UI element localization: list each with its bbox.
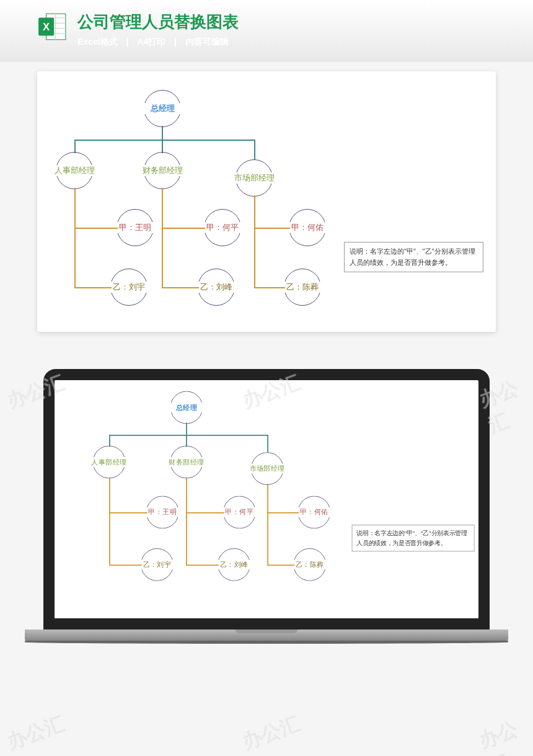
- node-person: 甲：何平: [223, 496, 256, 529]
- person-label: 乙：刘宇: [113, 282, 145, 293]
- connector: [186, 564, 219, 565]
- format-label: Excel格式: [77, 37, 118, 47]
- connector: [109, 478, 110, 565]
- person-label: 乙：陈葬: [296, 560, 324, 570]
- connector: [267, 512, 299, 513]
- print-label: A4打印: [137, 37, 165, 47]
- explanation-note: 说明：名字左边的"甲"、"乙"分别表示管理 人员的绩效，为是否晋升做参考。: [344, 242, 483, 272]
- node-person: 乙：刘宇: [110, 269, 148, 306]
- connector: [74, 140, 76, 153]
- watermark: 办公汇: [475, 713, 533, 756]
- dept-label: 财务部经理: [143, 165, 183, 176]
- connector: [254, 228, 290, 229]
- node-dept: 财务部经理: [144, 152, 181, 189]
- page-subtitle: Excel格式 | A4打印 | 内容可编辑: [77, 37, 496, 48]
- node-dept: 市场部经理: [236, 159, 273, 197]
- connector: [254, 287, 285, 288]
- person-label: 甲：何佑: [300, 507, 328, 517]
- excel-icon: X: [37, 11, 68, 42]
- connector: [109, 435, 110, 447]
- connector: [74, 287, 112, 288]
- person-label: 乙：刘峰: [200, 282, 232, 293]
- person-label: 甲：何佑: [291, 222, 324, 233]
- org-chart-laptop: 总经理 人事部经理 财务部经理 市场部经理: [55, 380, 480, 619]
- person-label: 甲：王明: [148, 507, 177, 517]
- camera-icon: [265, 373, 268, 376]
- connector: [109, 435, 267, 435]
- person-label: 乙：刘峰: [220, 560, 249, 570]
- node-person: 乙：陈葬: [293, 548, 326, 581]
- node-person: 甲：王明: [146, 496, 179, 529]
- node-person: 乙：刘峰: [218, 548, 250, 581]
- node-dept: 人事部经理: [56, 152, 93, 189]
- connector: [162, 188, 163, 287]
- node-dept: 市场部经理: [251, 452, 284, 485]
- org-chart: 总经理 人事部经理 财务部经理 市场部经理 甲：王明: [50, 84, 483, 319]
- connector: [267, 564, 294, 565]
- connector: [267, 484, 268, 564]
- connector: [162, 287, 199, 288]
- connector: [254, 195, 255, 287]
- node-person: 甲：何佑: [289, 209, 326, 246]
- person-label: 甲：何平: [225, 507, 253, 517]
- node-person: 乙：刘峰: [198, 269, 235, 306]
- connector: [109, 564, 142, 565]
- node-root: 总经理: [144, 90, 181, 127]
- explanation-note: 说明：名字左边的"甲"、"乙"分别表示管理 人员的绩效，为是否晋升做参考。: [351, 525, 474, 551]
- node-dept: 财务部经理: [170, 446, 203, 479]
- page-header: X 公司管理人员替换图表 Excel格式 | A4打印 | 内容可编辑: [0, 0, 533, 59]
- root-label: 总经理: [151, 103, 175, 114]
- preview-card: 总经理 人事部经理 财务部经理 市场部经理 甲：王明: [37, 71, 496, 332]
- root-label: 总经理: [176, 402, 197, 412]
- laptop-mockup: 总经理 人事部经理 财务部经理 市场部经理: [43, 369, 490, 641]
- node-person: 甲：何佑: [297, 496, 330, 529]
- dept-label: 市场部经理: [234, 172, 275, 184]
- editable-label: 内容可编辑: [185, 37, 229, 47]
- connector: [162, 126, 163, 140]
- connector: [186, 512, 224, 513]
- person-label: 甲：王明: [119, 222, 151, 233]
- dept-label: 人事部经理: [91, 457, 126, 467]
- connector: [74, 140, 254, 141]
- dept-label: 市场部经理: [250, 464, 285, 474]
- dept-label: 人事部经理: [55, 165, 95, 176]
- node-root: 总经理: [170, 391, 203, 424]
- connector: [254, 140, 255, 160]
- watermark: 办公汇: [239, 710, 304, 756]
- node-dept: 人事部经理: [93, 446, 126, 479]
- connector: [74, 228, 118, 229]
- connector: [109, 512, 148, 513]
- connector: [162, 228, 205, 229]
- watermark: 办公汇: [3, 710, 68, 756]
- connector: [186, 435, 187, 447]
- person-label: 乙：刘宇: [143, 560, 172, 570]
- node-person: 乙：刘宇: [141, 548, 174, 581]
- connector: [162, 140, 163, 153]
- person-label: 乙：陈葬: [286, 282, 319, 293]
- dept-label: 财务部经理: [169, 457, 204, 467]
- node-person: 甲：何平: [204, 209, 241, 246]
- person-label: 甲：何平: [206, 222, 239, 233]
- connector: [267, 435, 268, 453]
- svg-rect-5: [55, 14, 56, 40]
- svg-text:X: X: [43, 21, 50, 33]
- connector: [74, 188, 76, 287]
- page-title: 公司管理人员替换图表: [77, 11, 496, 33]
- connector: [186, 478, 187, 565]
- connector: [186, 423, 187, 435]
- node-person: 乙：陈葬: [284, 269, 321, 306]
- node-person: 甲：王明: [117, 209, 154, 246]
- laptop-base: [25, 629, 508, 641]
